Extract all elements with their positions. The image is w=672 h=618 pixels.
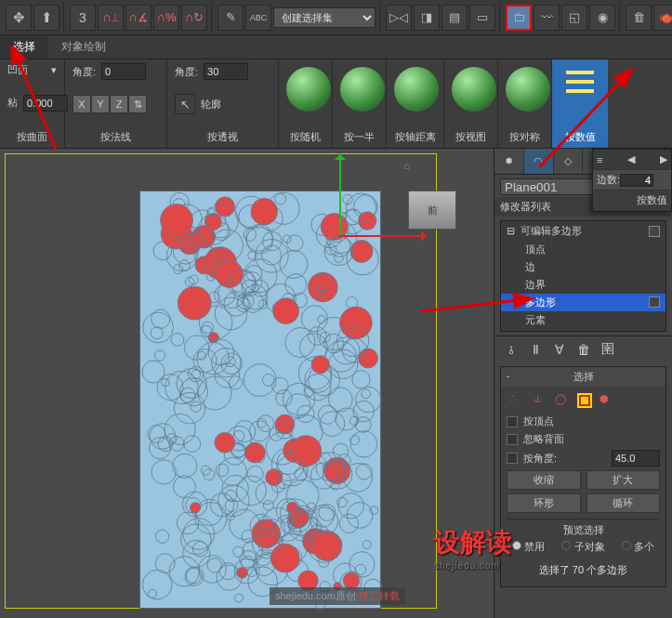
svg-point-292	[287, 235, 303, 251]
svg-point-28	[152, 460, 176, 484]
graphite-select-button[interactable]: 🗀	[506, 5, 532, 31]
hierarchy-panel-icon[interactable]: ◇	[554, 149, 584, 174]
curve-editor-icon[interactable]: 〰	[534, 5, 560, 31]
svg-point-288	[320, 412, 345, 437]
angle-a-label: 角度:	[72, 65, 96, 79]
by-angle-checkbox[interactable]	[507, 453, 518, 464]
remove-mod-icon[interactable]: 🗑	[574, 340, 593, 359]
btn-bynum[interactable]: 按数值	[560, 128, 600, 144]
subobj-edge[interactable]: 边	[501, 258, 665, 276]
layers-icon[interactable]: ▤	[441, 5, 468, 31]
polygon-mode-icon[interactable]	[577, 393, 592, 408]
preview-off-radio[interactable]	[512, 541, 521, 550]
loop-button[interactable]: 循环	[586, 493, 661, 513]
make-unique-icon[interactable]: ∀	[550, 340, 569, 359]
edit-named-sel-icon[interactable]: ✎	[217, 5, 244, 31]
plane-object[interactable]	[139, 191, 381, 609]
vertex-mode-icon[interactable]: ∴	[510, 393, 525, 408]
selection-status: 选择了 70 个多边形	[507, 558, 660, 583]
btn-half[interactable]: 按一半	[340, 128, 378, 144]
angle-snap2-icon[interactable]: ∩∡	[125, 5, 152, 31]
schematic-view-icon[interactable]: ◱	[561, 5, 587, 31]
snap-up-icon[interactable]: ⬆	[33, 5, 59, 31]
axis-z-button[interactable]: Z	[110, 95, 128, 113]
gizmo-x-axis-icon[interactable]	[339, 235, 423, 237]
axisdist-sphere-icon[interactable]	[394, 67, 439, 112]
axis-x-button[interactable]: X	[72, 95, 91, 113]
gizmo-y-arrow-icon	[335, 149, 346, 160]
svg-point-316	[201, 325, 212, 336]
flyout-grip-icon[interactable]: ≡	[597, 154, 602, 165]
modifier-list-label: 修改器列表	[500, 200, 551, 214]
element-mode-icon[interactable]: ⬢	[600, 393, 614, 408]
ignore-backfacing-checkbox[interactable]	[507, 434, 518, 445]
stack-editable-poly[interactable]: 可编辑多边形	[520, 224, 582, 238]
named-sel-dropdown-icon[interactable]: ABC	[245, 5, 271, 31]
border-mode-icon[interactable]: ◯	[555, 393, 570, 408]
gizmo-y-axis-icon[interactable]	[339, 153, 341, 237]
modifier-stack[interactable]: ⊟可编辑多边形 顶点 边 边界 多边形 元素	[500, 220, 666, 332]
tab-select[interactable]: 选择	[0, 35, 48, 59]
pick-arrow-icon[interactable]: ↖	[175, 94, 195, 114]
angle-a-input[interactable]	[101, 63, 146, 80]
random-sphere-icon[interactable]	[286, 67, 331, 112]
preview-subobj-radio[interactable]	[561, 541, 571, 550]
half-sphere-icon[interactable]	[340, 67, 385, 112]
axis-flip-icon[interactable]: ⇅	[128, 95, 147, 113]
ring-button[interactable]: 环形	[507, 493, 581, 513]
subobj-vertex[interactable]: 顶点	[501, 241, 665, 258]
edge-count-input[interactable]	[620, 174, 653, 187]
stack-toggle-icon[interactable]	[649, 226, 660, 237]
flyout-next-icon[interactable]: ▶	[660, 153, 667, 165]
svg-point-205	[204, 469, 215, 480]
render-setup-icon[interactable]: 🗑	[626, 5, 652, 31]
selection-set-dropdown[interactable]: 创建选择集	[273, 7, 376, 28]
view-cube[interactable]: 前	[408, 191, 456, 230]
mirror-icon[interactable]: ▷◁	[386, 5, 412, 31]
byview-sphere-icon[interactable]	[452, 67, 496, 112]
by-angle-input[interactable]	[612, 450, 660, 467]
percent-snap-icon[interactable]: ∩%	[153, 5, 179, 31]
flyout-prev-icon[interactable]: ◀	[627, 153, 635, 165]
viewport[interactable]: 前 ⌂ 设解读 shejiedu.com shejiedu.com原创 禁止转载	[0, 149, 494, 618]
subobj-polygon[interactable]: 多边形	[501, 294, 665, 311]
preview-multi-radio[interactable]	[622, 541, 631, 550]
grow-button[interactable]: 扩大	[586, 470, 661, 490]
sticky-value[interactable]	[23, 95, 68, 112]
configure-sets-icon[interactable]: 圉	[599, 340, 617, 359]
create-panel-icon[interactable]: ✹	[494, 149, 524, 174]
btn-byview[interactable]: 按视图	[452, 128, 490, 144]
tab-object-paint[interactable]: 对象绘制	[48, 35, 119, 59]
axis-y-button[interactable]: Y	[91, 95, 110, 113]
render-frame-icon[interactable]: 🫖	[653, 5, 672, 31]
svg-point-289	[270, 544, 299, 572]
show-end-result-icon[interactable]: Ⅱ	[526, 340, 545, 359]
symm-sphere-icon[interactable]	[506, 67, 550, 112]
subobj-border[interactable]: 边界	[501, 276, 665, 294]
shrink-button[interactable]: 收缩	[507, 470, 581, 490]
subobj-element[interactable]: 元素	[501, 311, 665, 329]
material-editor-icon[interactable]: ◉	[589, 5, 615, 31]
svg-point-252	[356, 387, 381, 412]
pin-stack-icon[interactable]: ⫰	[502, 340, 520, 359]
by-vertex-checkbox[interactable]	[507, 416, 518, 427]
align-icon[interactable]: ◨	[414, 5, 440, 31]
preview-selection-label: 预览选择	[507, 523, 660, 537]
rollout-selection-header[interactable]: 选择	[501, 367, 665, 387]
angle-snap-icon[interactable]: ∩⟂	[98, 5, 124, 31]
footer-watermark: shejiedu.com原创 禁止转载	[270, 587, 405, 605]
svg-point-241	[312, 531, 342, 560]
toggle-ribbon-icon[interactable]: ▭	[469, 5, 495, 31]
btn-axisdist[interactable]: 按轴距离	[394, 128, 436, 144]
move-tool-icon[interactable]: ✥	[6, 5, 32, 31]
subobj-polygon-toggle[interactable]	[649, 296, 660, 308]
btn-random[interactable]: 按随机	[286, 128, 324, 144]
edge-mode-icon[interactable]: ⫝	[533, 393, 547, 408]
home-icon[interactable]: ⌂	[403, 160, 410, 171]
rollout-selection: 选择 ∴ ⫝ ◯ ⬢ 按顶点 忽略背面 按角度: 收缩 扩大 环形 循环 预	[500, 366, 666, 587]
snap-toggle-icon[interactable]: ∩↻	[181, 5, 207, 31]
btn-symm[interactable]: 按对称	[506, 128, 544, 144]
snap-3-button[interactable]: 3	[70, 5, 96, 31]
angle-b-input[interactable]	[204, 63, 248, 80]
modify-panel-icon[interactable]: ◠	[524, 149, 554, 174]
